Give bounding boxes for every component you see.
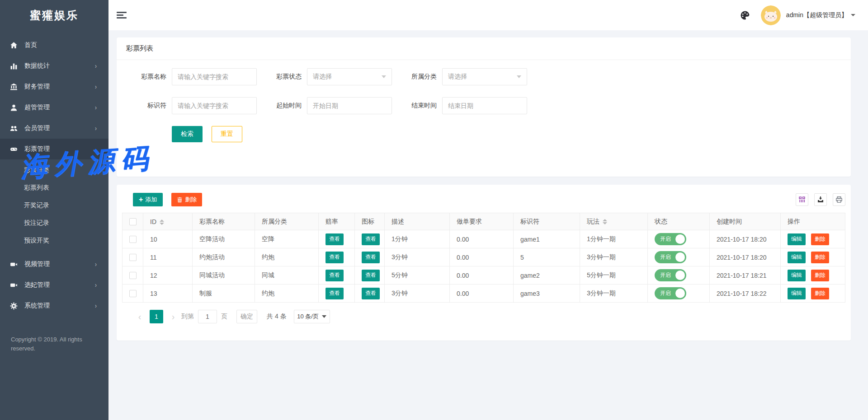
table-tools xyxy=(796,193,845,206)
delete-button[interactable]: 删除 xyxy=(811,288,829,299)
search-button[interactable]: 检索 xyxy=(172,126,203,142)
delete-button[interactable]: 删除 xyxy=(811,252,829,263)
column-header-actions: 操作 xyxy=(781,213,845,230)
edit-button[interactable]: 编辑 xyxy=(788,288,806,299)
filter-group-status: 彩票状态 请选择 xyxy=(263,68,392,85)
lottery-submenu: 彩票分类 彩票列表 开奖记录 投注记录 预设开奖 xyxy=(0,159,108,254)
start-date-input[interactable] xyxy=(307,97,392,114)
current-page-button[interactable]: 1 xyxy=(150,310,163,323)
jump-confirm-button[interactable]: 确定 xyxy=(236,310,257,323)
chevron-right-icon: › xyxy=(95,302,97,310)
theme-palette-icon[interactable] xyxy=(740,10,750,20)
sidebar-subitem-bet-records[interactable]: 投注记录 xyxy=(0,214,108,232)
cell-category: 约炮 xyxy=(255,248,319,266)
status-toggle[interactable]: 开启 xyxy=(655,251,686,263)
edit-button[interactable]: 编辑 xyxy=(788,233,806,245)
odds-view-button[interactable]: 查看 xyxy=(326,270,344,281)
delete-button[interactable]: 删除 xyxy=(811,233,829,245)
icon-view-button[interactable]: 查看 xyxy=(362,233,380,245)
status-toggle[interactable]: 开启 xyxy=(655,287,686,299)
sidebar-item-superadmin[interactable]: 超管管理 › xyxy=(0,97,108,118)
sidebar-item-label: 视频管理 xyxy=(24,260,50,268)
sidebar-subitem-draw-records[interactable]: 开奖记录 xyxy=(0,196,108,214)
cell-requirement: 0.00 xyxy=(450,248,514,266)
sort-icon[interactable] xyxy=(160,219,164,225)
column-header-requirement: 做单要求 xyxy=(450,213,514,230)
page-jump-input[interactable] xyxy=(198,310,217,323)
status-toggle[interactable]: 开启 xyxy=(655,233,686,245)
gamepad-icon xyxy=(10,145,18,153)
table-card: + 添加 删除 xyxy=(117,185,851,341)
batch-delete-button[interactable]: 删除 xyxy=(171,193,202,206)
row-checkbox[interactable] xyxy=(129,254,137,261)
topbar-right: admin【超级管理员】 xyxy=(740,5,855,25)
sidebar-item-video[interactable]: 视频管理 › xyxy=(0,254,108,275)
next-page-button[interactable]: › xyxy=(169,312,177,322)
cell-id: 13 xyxy=(143,285,193,303)
icon-view-button[interactable]: 查看 xyxy=(362,252,380,263)
select-all-checkbox[interactable] xyxy=(129,218,137,225)
reset-button[interactable]: 重置 xyxy=(212,126,242,142)
user-menu[interactable]: admin【超级管理员】 xyxy=(786,11,855,19)
cell-id: 12 xyxy=(143,266,193,285)
identifier-input[interactable] xyxy=(172,97,257,114)
odds-view-button[interactable]: 查看 xyxy=(326,252,344,263)
sidebar-subitem-lottery-category[interactable]: 彩票分类 xyxy=(0,161,108,179)
cell-desc: 1分钟 xyxy=(385,230,450,248)
user-avatar[interactable] xyxy=(761,5,781,25)
jump-suffix-label: 页 xyxy=(221,313,227,321)
sidebar-item-label: 财务管理 xyxy=(24,83,50,91)
sidebar-menu: 首页 数据统计 › 财务管理 › 超管管理 › 会员管理 › xyxy=(0,35,108,316)
column-header-identifier: 标识符 xyxy=(514,213,580,230)
edit-button[interactable]: 编辑 xyxy=(788,270,806,281)
sidebar-item-concubine[interactable]: 选妃管理 › xyxy=(0,275,108,295)
home-icon xyxy=(10,42,18,49)
sidebar-item-label: 首页 xyxy=(24,41,37,49)
column-header-category: 所属分类 xyxy=(255,213,319,230)
row-checkbox[interactable] xyxy=(129,272,137,279)
menu-toggle-button[interactable] xyxy=(117,10,127,20)
cell-created: 2021-10-17 18:20 xyxy=(710,230,781,248)
sidebar-item-lottery[interactable]: 彩票管理 ⌄ xyxy=(0,139,108,159)
sort-icon[interactable] xyxy=(603,219,607,224)
cell-desc: 3分钟 xyxy=(385,248,450,266)
icon-view-button[interactable]: 查看 xyxy=(362,270,380,281)
status-toggle[interactable]: 开启 xyxy=(655,269,686,281)
export-icon[interactable] xyxy=(814,193,827,206)
sidebar-item-statistics[interactable]: 数据统计 › xyxy=(0,56,108,76)
category-select[interactable]: 请选择 xyxy=(442,68,527,85)
sidebar-subitem-lottery-list[interactable]: 彩票列表 xyxy=(0,179,108,196)
end-date-input[interactable] xyxy=(442,97,527,114)
sidebar-item-home[interactable]: 首页 xyxy=(0,35,108,56)
lottery-table: ID 彩票名称 所属分类 赔率 图标 描述 做单要求 标识符 玩法 状态 创建时… xyxy=(122,213,845,303)
print-icon[interactable] xyxy=(833,193,845,206)
odds-view-button[interactable]: 查看 xyxy=(326,233,344,245)
odds-view-button[interactable]: 查看 xyxy=(326,288,344,299)
add-button[interactable]: + 添加 xyxy=(133,193,163,206)
edit-button[interactable]: 编辑 xyxy=(788,252,806,263)
sidebar-item-members[interactable]: 会员管理 › xyxy=(0,118,108,139)
sidebar-item-finance[interactable]: 财务管理 › xyxy=(0,76,108,97)
start-time-label: 起始时间 xyxy=(263,102,302,110)
pagination: ‹ 1 › 到第 页 确定 共 4 条 10 条/页 xyxy=(136,310,845,341)
sidebar-subitem-preset-draw[interactable]: 预设开奖 xyxy=(0,232,108,249)
users-icon xyxy=(10,125,18,132)
jump-prefix-label: 到第 xyxy=(181,313,194,321)
cell-id: 10 xyxy=(143,230,193,248)
row-checkbox[interactable] xyxy=(129,236,137,243)
delete-button[interactable]: 删除 xyxy=(811,270,829,281)
trash-icon xyxy=(177,197,183,203)
page-size-select[interactable]: 10 条/页 xyxy=(294,310,330,323)
prev-page-button[interactable]: ‹ xyxy=(136,312,144,322)
column-header-id[interactable]: ID xyxy=(143,213,193,230)
cell-category: 约炮 xyxy=(255,285,319,303)
status-select[interactable]: 请选择 xyxy=(307,68,392,85)
sidebar-item-system[interactable]: 系统管理 › xyxy=(0,295,108,316)
icon-view-button[interactable]: 查看 xyxy=(362,288,380,299)
table-toolbar: + 添加 删除 xyxy=(122,190,845,213)
name-input[interactable] xyxy=(172,68,257,85)
column-header-play[interactable]: 玩法 xyxy=(580,213,648,230)
chevron-down-icon: ⌄ xyxy=(92,145,97,153)
row-checkbox[interactable] xyxy=(129,290,137,297)
filter-columns-icon[interactable] xyxy=(796,193,808,206)
